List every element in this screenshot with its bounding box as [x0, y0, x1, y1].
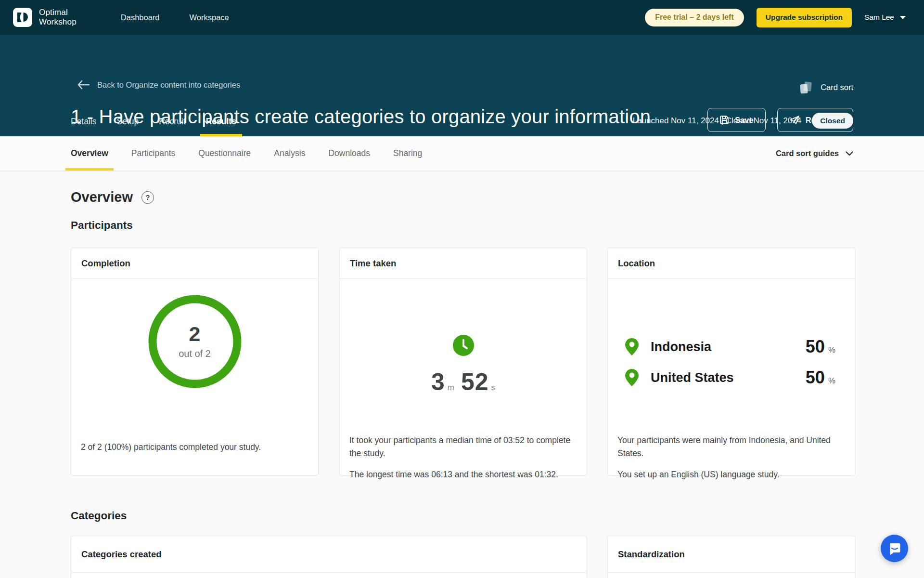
completion-card-header: Completion	[71, 248, 318, 279]
back-link-label: Back to Organize content into categories	[97, 80, 240, 90]
completion-sub-label: out of 2	[179, 348, 211, 359]
card-sort-guides-dropdown[interactable]: Card sort guides	[776, 136, 853, 171]
standardization-card: Standardization	[607, 536, 855, 578]
completion-value: 2	[189, 324, 201, 344]
page-title: Overview	[71, 189, 133, 205]
standardization-card-title: Standardization	[618, 549, 685, 560]
location-card-header: Location	[608, 248, 855, 279]
top-nav: Dashboard Workspace	[121, 13, 229, 22]
median-time-value: 3 m 52 s	[340, 368, 587, 396]
card-sort-guides-label: Card sort guides	[776, 149, 839, 158]
free-trial-badge: Free trial – 2 days left	[645, 9, 744, 26]
caret-down-icon	[900, 16, 906, 19]
time-minutes: 3	[431, 368, 445, 396]
subtab-downloads[interactable]: Downloads	[323, 136, 375, 171]
categories-created-card-header: Categories created	[71, 536, 587, 573]
categories-created-card-title: Categories created	[81, 549, 162, 560]
nav-dashboard[interactable]: Dashboard	[121, 13, 160, 22]
chevron-down-icon	[846, 151, 853, 156]
location-percentage-unit: %	[828, 376, 835, 386]
results-subnav-tabs: Overview Participants Questionnaire Anal…	[65, 136, 427, 171]
participants-section-title: Participants	[71, 219, 133, 232]
study-header: Back to Organize content into categories…	[0, 35, 924, 136]
optimal-workshop-logo-icon	[13, 7, 33, 27]
clock-icon	[452, 334, 475, 356]
nav-workspace[interactable]: Workspace	[190, 13, 229, 22]
location-summary-2: You set up an English (US) language stud…	[617, 468, 845, 481]
standardization-card-header: Standardization	[608, 536, 855, 573]
location-country: United States	[651, 370, 734, 385]
upgrade-subscription-button[interactable]: Upgrade subscription	[757, 8, 852, 27]
location-row: Indonesia 50 %	[625, 337, 835, 357]
time-taken-card-title: Time taken	[350, 258, 396, 269]
completion-card: Completion 2 out of 2 2 of 2 (100%) part…	[71, 248, 319, 476]
tab-recruit[interactable]: Recruit	[153, 117, 191, 136]
clock-icon-wrap	[452, 334, 475, 358]
location-percentage: 50 %	[806, 368, 835, 388]
location-percentage-unit: %	[828, 345, 835, 355]
user-menu[interactable]: Sam Lee	[864, 13, 906, 22]
subtab-analysis[interactable]: Analysis	[269, 136, 310, 171]
results-subnav: Overview Participants Questionnaire Anal…	[0, 136, 924, 171]
time-minutes-unit: m	[448, 383, 454, 393]
tab-details[interactable]: Details	[65, 117, 103, 136]
help-icon[interactable]: ?	[141, 191, 154, 204]
location-percentage-value: 50	[806, 368, 825, 388]
location-card-title: Location	[618, 258, 655, 269]
study-type-label: Card sort	[821, 83, 853, 92]
study-type-chip: Card sort	[797, 79, 853, 95]
subtab-participants[interactable]: Participants	[126, 136, 180, 171]
location-card: Location Indonesia 50 %	[607, 248, 855, 476]
back-link[interactable]: Back to Organize content into categories	[77, 80, 240, 90]
study-tabs: Details Setup Recruit Results	[65, 117, 242, 136]
app-screen: Optimal Workshop Dashboard Workspace Fre…	[0, 0, 924, 578]
location-percentage-value: 50	[806, 337, 825, 357]
completion-ring-center: 2 out of 2	[147, 293, 243, 390]
top-bar-right: Free trial – 2 days left Upgrade subscri…	[645, 8, 906, 27]
brand-name: Optimal Workshop	[39, 8, 77, 27]
map-pin-icon	[625, 338, 639, 356]
tab-results[interactable]: Results	[200, 117, 242, 136]
launch-dates-row: Launched Nov 11, 2024 | Closed Nov 11, 2…	[633, 113, 853, 129]
completion-card-title: Completion	[81, 258, 130, 269]
completion-ring: 2 out of 2	[147, 293, 243, 390]
user-name: Sam Lee	[864, 13, 894, 22]
map-pin-icon	[625, 368, 639, 387]
categories-created-card: Categories created	[71, 536, 587, 578]
status-badge: Closed	[812, 113, 853, 129]
tab-setup[interactable]: Setup	[111, 117, 145, 136]
subtab-questionnaire[interactable]: Questionnaire	[193, 136, 256, 171]
completion-summary: 2 of 2 (100%) participants completed you…	[81, 441, 308, 454]
chat-launcher-button[interactable]	[881, 535, 908, 562]
time-seconds-unit: s	[491, 383, 496, 393]
time-taken-summary-1: It took your participants a median time …	[349, 434, 577, 460]
brand-logo[interactable]: Optimal Workshop	[13, 7, 77, 27]
location-summary-1: Your participants were mainly from Indon…	[617, 434, 845, 460]
chat-bubble-icon	[888, 542, 901, 555]
page-title-row: Overview ?	[71, 189, 154, 205]
categories-section-title: Categories	[71, 510, 127, 522]
location-row: United States 50 %	[625, 368, 835, 388]
time-taken-summaries: It took your participants a median time …	[349, 434, 577, 481]
time-taken-card: Time taken 3 m 52 s It took your partici…	[339, 248, 587, 476]
subtab-overview[interactable]: Overview	[65, 136, 114, 171]
top-bar: Optimal Workshop Dashboard Workspace Fre…	[0, 0, 924, 35]
arrow-left-icon	[77, 80, 90, 90]
location-country: Indonesia	[651, 340, 711, 355]
card-sort-icon	[797, 79, 814, 95]
time-taken-summary-2: The longest time was 06:13 and the short…	[349, 468, 577, 481]
time-taken-card-header: Time taken	[340, 248, 587, 279]
location-percentage: 50 %	[806, 337, 835, 357]
location-summaries: Your participants were mainly from Indon…	[617, 434, 845, 481]
launch-dates-text: Launched Nov 11, 2024 | Closed Nov 11, 2…	[633, 116, 802, 126]
location-rows: Indonesia 50 % United States	[625, 337, 835, 388]
time-seconds: 52	[461, 368, 489, 396]
subtab-sharing[interactable]: Sharing	[388, 136, 427, 171]
